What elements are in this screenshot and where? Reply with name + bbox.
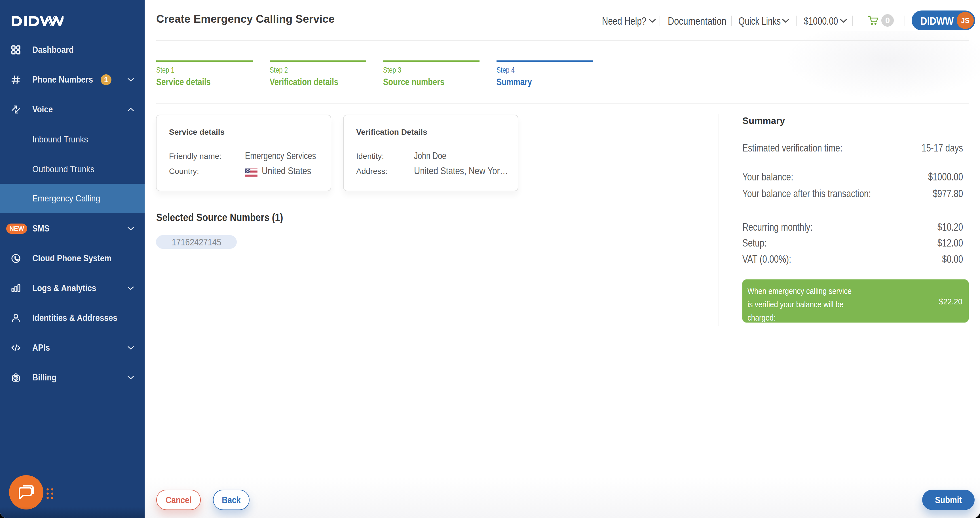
svg-text:$: $ [15, 376, 17, 381]
